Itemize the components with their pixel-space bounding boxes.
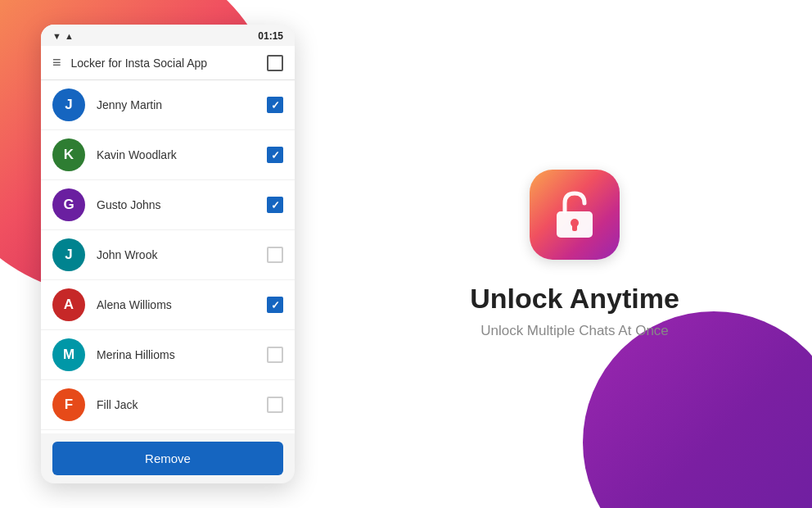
- contact-avatar: J: [52, 88, 85, 121]
- contact-avatar: A: [52, 288, 85, 321]
- contact-avatar: J: [52, 238, 85, 271]
- contact-checkbox[interactable]: [267, 197, 283, 213]
- contact-checkbox[interactable]: [267, 297, 283, 313]
- lock-icon: [548, 188, 601, 241]
- unlock-title: Unlock Anytime: [470, 283, 679, 315]
- contact-name: Jenny Martin: [97, 98, 255, 111]
- status-bar: ▼ ▲ 01:15: [41, 25, 295, 46]
- contact-name: Merina Hillioms: [97, 348, 255, 361]
- contact-item: AAlena Willioms: [41, 280, 295, 330]
- status-time: 01:15: [258, 30, 283, 42]
- contact-item: JJohn Wrook: [41, 230, 295, 280]
- right-panel: Unlock Anytime Unlock Multiple Chats At …: [337, 0, 812, 508]
- contact-name: Fill Jack: [97, 398, 255, 411]
- signal-icon: ▼: [52, 31, 61, 41]
- contact-item: JJenny Martin: [41, 80, 295, 130]
- contact-name: Gusto Johns: [97, 198, 255, 211]
- contact-checkbox[interactable]: [267, 147, 283, 163]
- square-icon[interactable]: [267, 55, 283, 71]
- contact-avatar: F: [52, 388, 85, 421]
- contact-name: Alena Willioms: [97, 298, 255, 311]
- contact-item: KKavin Woodlark: [41, 130, 295, 180]
- contact-avatar: K: [52, 138, 85, 171]
- app-bar-title: Locker for Insta Social App: [71, 57, 257, 70]
- unlock-subtitle: Unlock Multiple Chats At Once: [480, 323, 669, 339]
- contact-item: MMerina Hillioms: [41, 330, 295, 380]
- contact-checkbox[interactable]: [267, 247, 283, 263]
- app-bar: ≡ Locker for Insta Social App: [41, 46, 295, 80]
- contact-avatar: G: [52, 188, 85, 221]
- contact-checkbox[interactable]: [267, 97, 283, 113]
- app-icon: [530, 170, 620, 260]
- phone-mockup: ▼ ▲ 01:15 ≡ Locker for Insta Social App …: [41, 25, 295, 483]
- svg-rect-2: [572, 225, 577, 231]
- status-icons: ▼ ▲: [52, 31, 74, 41]
- contact-item: FFill Jack: [41, 380, 295, 430]
- hamburger-icon[interactable]: ≡: [52, 54, 61, 71]
- contact-checkbox[interactable]: [267, 347, 283, 363]
- contact-name: John Wrook: [97, 248, 255, 261]
- contact-avatar: M: [52, 338, 85, 371]
- wifi-icon: ▲: [65, 31, 74, 41]
- contact-list: JJenny MartinKKavin WoodlarkGGusto Johns…: [41, 80, 295, 433]
- remove-button[interactable]: Remove: [52, 442, 283, 475]
- contact-item: BBruce Green: [41, 430, 295, 433]
- contact-checkbox[interactable]: [267, 397, 283, 413]
- contact-item: GGusto Johns: [41, 180, 295, 230]
- contact-name: Kavin Woodlark: [97, 148, 255, 161]
